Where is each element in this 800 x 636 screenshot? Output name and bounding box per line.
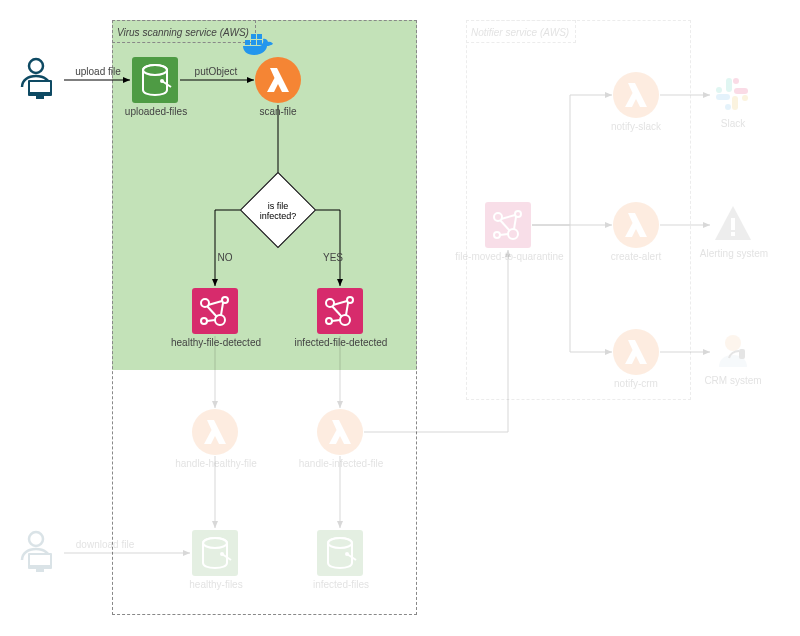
handle-infected-label: handle-infected-file <box>293 458 389 469</box>
sns-icon-file-moved <box>485 202 531 248</box>
healthy-files-label: healthy-files <box>180 579 252 590</box>
crm-label: CRM system <box>700 375 766 386</box>
slack-icon <box>714 76 752 114</box>
slack-label: Slack <box>706 118 760 129</box>
lambda-icon-notify-slack <box>613 72 659 118</box>
no-label: NO <box>210 252 240 263</box>
lambda-icon-handle-healthy <box>192 409 238 455</box>
decision-text: is file infected? <box>251 184 305 238</box>
infected-files-label: infected-files <box>305 579 377 590</box>
create-alert-label: create-alert <box>600 251 672 262</box>
crm-icon <box>713 331 753 371</box>
upload-file-label: upload file <box>70 66 126 77</box>
s3-icon-uploaded-files <box>132 57 178 103</box>
scan-file-label: scan-file <box>248 106 308 117</box>
yes-label: YES <box>318 252 348 263</box>
user-downloader-icon <box>16 527 64 575</box>
alerting-label: Alerting system <box>695 248 773 259</box>
s3-icon-infected-files <box>317 530 363 576</box>
docker-icon <box>243 30 277 58</box>
user-uploader-icon <box>16 54 64 102</box>
infected-detected-label: infected-file-detected <box>293 337 389 348</box>
notify-slack-label: notify-slack <box>600 121 672 132</box>
download-file-label: download file <box>70 539 140 550</box>
s3-icon-healthy-files <box>192 530 238 576</box>
lambda-icon-create-alert <box>613 202 659 248</box>
alert-icon <box>713 204 753 244</box>
lambda-icon-notify-crm <box>613 329 659 375</box>
lambda-icon-scan-file <box>255 57 301 103</box>
lambda-icon-handle-infected <box>317 409 363 455</box>
handle-healthy-label: handle-healthy-file <box>170 458 262 469</box>
put-object-label: putObject <box>186 66 246 77</box>
uploaded-files-label: uploaded-files <box>120 106 192 117</box>
sns-icon-healthy-detected <box>192 288 238 334</box>
sns-icon-infected-detected <box>317 288 363 334</box>
healthy-detected-label: healthy-file-detected <box>168 337 264 348</box>
notify-crm-label: notify-crm <box>600 378 672 389</box>
file-moved-label: file-moved-to-quarantine <box>452 251 567 262</box>
